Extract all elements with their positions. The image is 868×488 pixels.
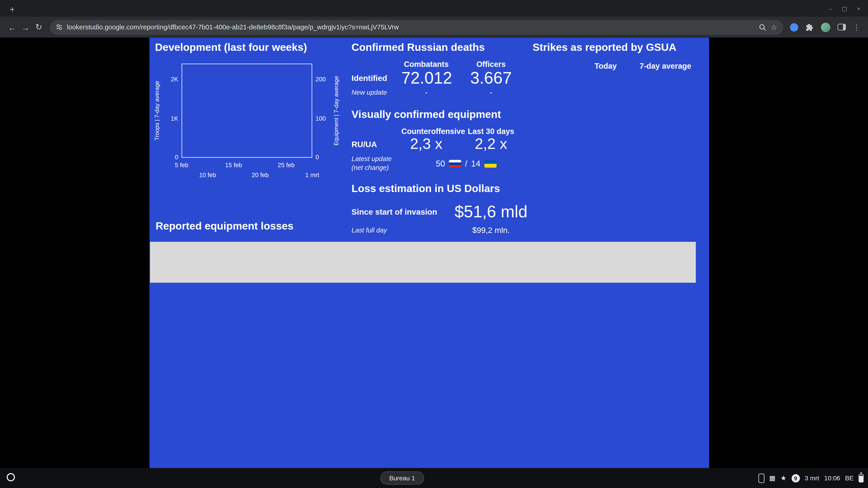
y-axis-left-label: Troops | 7-day average: [153, 64, 160, 158]
latest-update-label: Latest update (net change): [351, 155, 401, 172]
date-label: 3 mrt: [805, 475, 819, 481]
last-30-days-ratio-value: 2,2 x: [451, 135, 531, 153]
battery-icon: [859, 474, 864, 482]
equipment-losses-table: [150, 242, 696, 283]
strikes-title: Strikes as reported by GSUA: [532, 41, 703, 54]
new-update-combatants-value: -: [401, 88, 451, 96]
side-panel-icon[interactable]: [837, 24, 846, 30]
officers-header: Officers: [451, 60, 531, 68]
input-locale-label: BE: [845, 475, 854, 481]
ratio-label: RU/UA: [351, 140, 401, 149]
development-title: Development (last four weeks): [155, 41, 307, 54]
reload-button[interactable]: ↻: [32, 21, 45, 34]
launcher-icon[interactable]: [6, 473, 15, 482]
identified-label: Identified: [351, 74, 401, 83]
counteroffensive-ratio-value: 2,3 x: [401, 135, 451, 153]
loss-title: Loss estimation in US Dollars: [351, 183, 531, 195]
page-content: Development (last four weeks) Troops | 7…: [0, 38, 868, 468]
desk-button[interactable]: Bureau 1: [380, 471, 424, 485]
ua-net-change: 14: [471, 159, 480, 168]
deaths-section: Confirmed Russian deaths Combatants Offi…: [351, 41, 531, 97]
y-tick: 0: [315, 154, 331, 160]
forward-button[interactable]: →: [19, 21, 32, 34]
equipment-title: Visually confirmed equipment: [351, 108, 531, 121]
new-tab-button[interactable]: +: [5, 2, 19, 15]
x-tick: 5 feb: [169, 162, 194, 168]
chromeos-shelf: Bureau 1 ▦ ★ 9 3 mrt 10:06 BE: [0, 468, 868, 488]
status-tray[interactable]: ▦ ★ 9 3 mrt 10:06 BE: [758, 468, 864, 488]
development-chart-area: [182, 64, 312, 158]
y-tick: 200: [315, 76, 331, 83]
identified-officers-value: 3.667: [451, 69, 531, 88]
back-button[interactable]: ←: [5, 21, 19, 34]
profile-avatar[interactable]: [821, 22, 831, 32]
since-invasion-value: $51,6 mld: [451, 202, 531, 221]
x-tick: 10 feb: [195, 171, 220, 178]
separator: /: [465, 159, 467, 168]
new-update-officers-value: -: [451, 88, 531, 96]
counteroffensive-header: Counteroffensive: [401, 127, 451, 135]
y-tick: 2K: [163, 76, 178, 83]
x-tick: 15 feb: [221, 162, 246, 168]
seven-day-average-header: 7-day average: [630, 61, 701, 70]
phone-hub-icon[interactable]: [758, 473, 764, 483]
screen: + – ▢ × ← → ↻ lookerstudio.google.com/re…: [0, 0, 868, 488]
maximize-icon[interactable]: ▢: [842, 5, 847, 11]
deaths-title: Confirmed Russian deaths: [351, 41, 531, 54]
y-tick: 1K: [163, 115, 178, 122]
search-icon[interactable]: [759, 24, 766, 31]
development-chart: [182, 64, 313, 158]
window-controls: – ▢ ×: [821, 0, 868, 17]
report-canvas: Development (last four weeks) Troops | 7…: [149, 38, 709, 468]
table-header-row: [150, 242, 696, 283]
equipment-section: Visually confirmed equipment Counteroffe…: [351, 108, 531, 172]
extensions-puzzle-icon[interactable]: [805, 23, 814, 31]
menu-kebab-icon[interactable]: ⋮: [853, 23, 860, 31]
last-full-day-label: Last full day: [351, 226, 451, 234]
ua-flag: [484, 160, 496, 167]
x-tick: 25 feb: [274, 162, 298, 168]
reported-losses-title: Reported equipment losses: [156, 220, 293, 232]
extension-icon[interactable]: [790, 23, 798, 31]
bookmark-star-icon[interactable]: ☆: [771, 23, 777, 31]
grid-icon[interactable]: ▦: [769, 475, 776, 481]
combatants-header: Combatants: [401, 60, 451, 68]
x-tick: 1 mrt: [300, 171, 324, 178]
ru-net-change: 50: [436, 159, 445, 168]
since-invasion-label: Since start of invasion: [351, 207, 451, 217]
url-bar[interactable]: lookerstudio.google.com/reporting/dfbcec…: [50, 20, 783, 35]
x-tick: 20 feb: [248, 171, 272, 178]
today-header: Today: [581, 61, 630, 70]
loss-section: Loss estimation in US Dollars Since star…: [351, 183, 531, 234]
y-tick: 100: [315, 115, 331, 122]
toolbar-actions: ⋮: [788, 22, 863, 32]
notification-count-badge[interactable]: 9: [792, 474, 800, 482]
close-icon[interactable]: ×: [857, 5, 860, 11]
tab-strip: + – ▢ ×: [0, 0, 868, 17]
ru-flag: [449, 160, 461, 167]
browser-toolbar: ← → ↻ lookerstudio.google.com/reporting/…: [0, 17, 868, 37]
y-axis-right-label: Equipment | 7-day average: [332, 64, 340, 158]
last-30-days-header: Last 30 days: [451, 127, 531, 135]
y-tick: 0: [163, 154, 178, 160]
strikes-section: Strikes as reported by GSUA Today 7-day …: [532, 41, 703, 70]
spacer: [532, 61, 581, 70]
minimize-icon[interactable]: –: [829, 5, 832, 11]
site-settings-icon[interactable]: [56, 24, 62, 30]
star-icon[interactable]: ★: [780, 475, 786, 481]
last-full-day-value: $99,2 mln.: [451, 225, 531, 234]
net-change-values: 50 / 14: [401, 159, 531, 168]
time-label: 10:06: [824, 475, 840, 481]
new-update-label: New update: [351, 88, 401, 96]
url-text: lookerstudio.google.com/reporting/dfbcec…: [67, 23, 754, 31]
identified-combatants-value: 72.012: [401, 69, 451, 88]
